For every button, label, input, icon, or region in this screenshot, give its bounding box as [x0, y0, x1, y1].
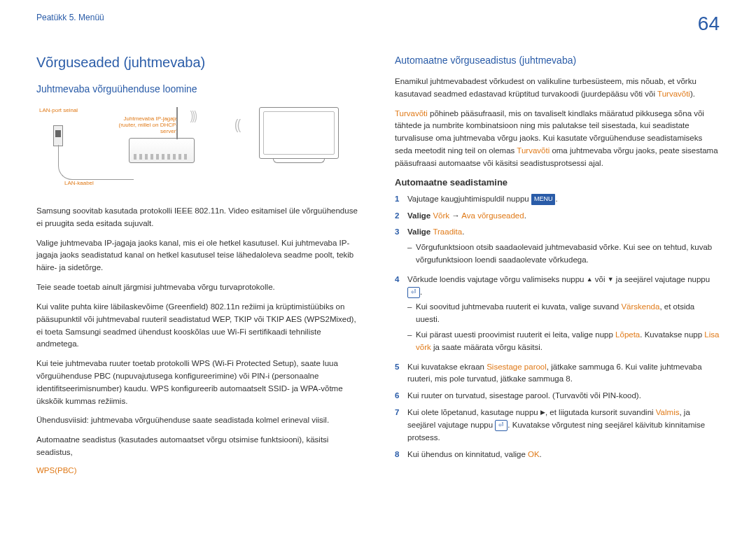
diagram-label-lanport: LAN-port seinal — [39, 107, 78, 113]
right-column: Automaatne võrguseadistus (juhtmevaba) E… — [395, 55, 720, 475]
paragraph: Turvavõti põhineb pääsufraasil, mis on t… — [395, 108, 720, 170]
section-heading-auto-setup: Automaatne võrguseadistus (juhtmevaba) — [395, 55, 720, 66]
chapter-label: Peatükk 5. Menüü — [36, 13, 104, 22]
paragraph: Kui valite puhta kiire läbilaskevõime (G… — [36, 301, 361, 351]
substep-item: Kui pärast uuesti proovimist ruuterit ei… — [407, 329, 720, 354]
step-item: 2 Valige Võrk → Ava võrguseaded. — [395, 210, 720, 223]
page-title: Võrguseaded (juhtmevaba) — [36, 55, 361, 71]
wifi-waves-icon: (( — [234, 117, 239, 133]
menu-button-badge: MENU — [531, 194, 556, 205]
substep-item: Võrgufunktsioon otsib saadaolevaid juhtm… — [407, 241, 720, 267]
enter-button-icon: ⏎ — [407, 287, 420, 298]
step-item: 8 Kui ühendus on kinnitatud, valige OK. — [395, 449, 720, 461]
lan-cable-icon — [58, 145, 134, 180]
tv-stand-icon — [273, 159, 325, 163]
section-heading-wireless-create: Juhtmevaba võrguühenduse loomine — [36, 83, 361, 94]
tv-icon — [259, 107, 339, 159]
paragraph: Kui teie juhtmevaba ruuter toetab protok… — [36, 358, 361, 407]
page-number: 64 — [698, 13, 720, 35]
step-item: 3 Valige Traadita. Võrgufunktsioon otsib… — [395, 226, 720, 269]
router-icon — [129, 138, 195, 163]
wireless-diagram: LAN-port seinal Juhtmevaba IP-jagaja (ru… — [36, 104, 361, 195]
paragraph: Ühendusviisid: juhtmevaba võrguühenduse … — [36, 414, 361, 427]
diagram-label-router: Juhtmevaba IP-jagaja (ruuter, millel on … — [112, 115, 178, 134]
paragraph: Samsung soovitab kasutada protokolli IEE… — [36, 205, 361, 230]
diagram-label-cable: LAN-kaabel — [64, 180, 94, 186]
paragraph: Automaatne seadistus (kasutades automaat… — [36, 434, 361, 459]
lan-port-icon — [53, 125, 63, 146]
substep-item: Kui soovitud juhtmevaba ruuterit ei kuva… — [407, 301, 720, 326]
step-item: 4 Võrkude loendis vajutage võrgu valimis… — [395, 274, 720, 357]
steps-list: 1 Vajutage kaugjuhtimispuldil nuppu MENU… — [395, 193, 720, 461]
left-column: Võrguseaded (juhtmevaba) Juhtmevaba võrg… — [36, 55, 361, 475]
paragraph: Teie seade toetab ainult järgmisi juhtme… — [36, 281, 361, 294]
right-arrow-icon: ▶ — [540, 408, 545, 418]
up-arrow-icon: ▲ — [587, 275, 593, 285]
step-item: 5 Kui kuvatakse ekraan Sisestage parool,… — [395, 361, 720, 386]
security-key-term: Turvavõti — [657, 90, 690, 98]
security-key-term: Turvavõti — [517, 146, 550, 155]
step-item: 1 Vajutage kaugjuhtimispuldil nuppu MENU… — [395, 193, 720, 206]
wifi-waves-icon: ))) — [190, 108, 196, 123]
security-key-term: Turvavõti — [395, 109, 428, 118]
enter-button-icon: ⏎ — [495, 420, 507, 431]
wps-pbc-label: WPS(PBC) — [36, 466, 361, 475]
step-item: 7 Kui olete lõpetanud, kasutage nuppu ▶,… — [395, 407, 720, 444]
subheading-auto-setup: Automaatne seadistamine — [395, 177, 720, 188]
paragraph: Valige juhtmevaba IP-jagaja jaoks kanal,… — [36, 237, 361, 274]
down-arrow-icon: ▼ — [608, 275, 614, 285]
paragraph: Enamikul juhtmevabadest võrkudest on val… — [395, 76, 720, 101]
step-item: 6 Kui ruuter on turvatud, sisestage paro… — [395, 390, 720, 402]
antenna-icon — [176, 107, 178, 139]
